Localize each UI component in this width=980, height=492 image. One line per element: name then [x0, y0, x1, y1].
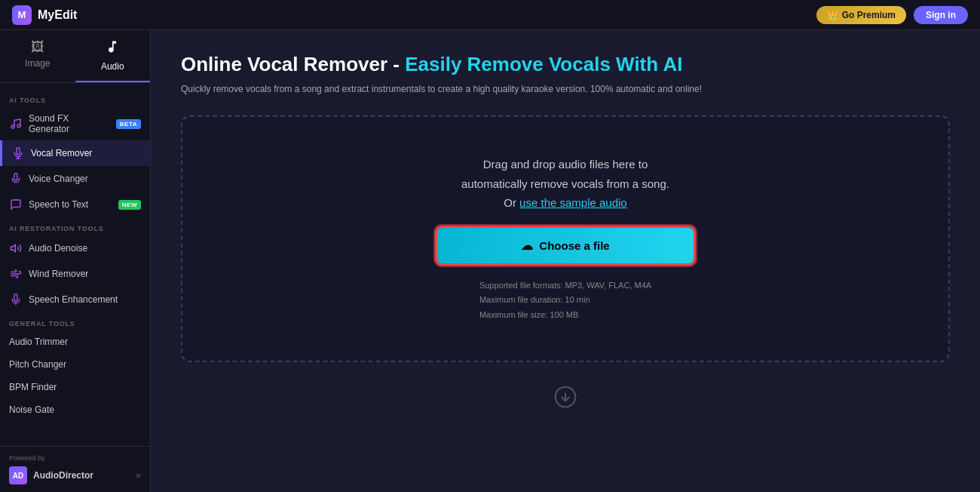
file-info-line1: Supported file formats: MP3, WAV, FLAC, …: [479, 278, 651, 294]
drop-text-line2: automatically remove vocals from a song.: [461, 177, 669, 190]
drop-text-line1: Drag and drop audio files here to: [483, 158, 648, 171]
audiodirector-row[interactable]: AD AudioDirector »: [9, 466, 141, 484]
sidebar-item-audio-trimmer[interactable]: Audio Trimmer: [0, 331, 150, 353]
tab-image-label: Image: [25, 58, 50, 69]
page-title-highlight: Easily Remove Vocals With AI: [405, 53, 682, 75]
audio-tab-icon: [105, 39, 120, 58]
powered-by-text: Powered by: [9, 454, 141, 462]
choose-file-button[interactable]: ☁ Choose a file: [437, 228, 694, 263]
header-left: M MyEdit: [12, 5, 77, 25]
go-premium-button[interactable]: 👑 Go Premium: [816, 6, 906, 24]
tab-image[interactable]: 🖼 Image: [0, 30, 75, 82]
sidebar-item-vocal-remover[interactable]: Vocal Remover: [0, 140, 150, 166]
sound-fx-icon: [9, 117, 23, 131]
general-tools-label: GENERAL TOOLS: [0, 312, 150, 331]
sidebar: 🖼 Image Audio AI TOOLS Sound FX Generato…: [0, 30, 151, 492]
sidebar-nav: AI TOOLS Sound FX Generator BETA Vocal R…: [0, 83, 150, 446]
voice-changer-icon: [9, 172, 23, 186]
svg-point-1: [17, 125, 20, 128]
sidebar-item-bpm-finder[interactable]: BPM Finder: [0, 376, 150, 398]
sidebar-item-audio-denoise[interactable]: Audio Denoise: [0, 235, 150, 261]
sidebar-item-speech-enhancement[interactable]: Speech Enhancement: [0, 287, 150, 312]
file-info-line3: Maximum file size: 100 MB: [479, 308, 651, 323]
speech-enhancement-label: Speech Enhancement: [29, 294, 118, 305]
svg-marker-4: [11, 244, 15, 251]
sound-fx-label: Sound FX Generator: [29, 113, 110, 134]
chevron-right-icon: »: [136, 470, 141, 481]
sidebar-item-sound-fx[interactable]: Sound FX Generator BETA: [0, 107, 150, 140]
speech-to-text-icon: [9, 198, 23, 211]
audiodirector-logo: AD: [9, 466, 27, 484]
voice-changer-label: Voice Changer: [29, 174, 88, 184]
tab-audio[interactable]: Audio: [75, 30, 151, 82]
go-premium-label: Go Premium: [842, 10, 896, 20]
crown-icon: 👑: [827, 10, 838, 20]
beta-badge: BETA: [116, 119, 141, 129]
restoration-tools-label: AI RESTORATION TOOLS: [0, 217, 150, 235]
audio-denoise-label: Audio Denoise: [29, 243, 87, 254]
svg-point-0: [11, 125, 14, 128]
tab-audio-label: Audio: [101, 61, 124, 72]
file-info: Supported file formats: MP3, WAV, FLAC, …: [479, 278, 651, 323]
page-title-part1: Online Vocal Remover -: [181, 53, 405, 75]
vocal-remover-icon: [11, 146, 25, 160]
sidebar-item-wind-remover[interactable]: Wind Remover: [0, 261, 150, 287]
layout: 🖼 Image Audio AI TOOLS Sound FX Generato…: [0, 30, 980, 492]
sidebar-item-speech-to-text[interactable]: Speech to Text NEW: [0, 192, 150, 217]
sidebar-item-voice-changer[interactable]: Voice Changer: [0, 166, 150, 192]
drop-text: Drag and drop audio files here to automa…: [461, 155, 669, 213]
drop-zone[interactable]: Drag and drop audio files here to automa…: [181, 115, 950, 362]
new-badge: NEW: [118, 200, 141, 210]
header: M MyEdit 👑 Go Premium Sign in: [0, 0, 980, 30]
drop-text-or: Or: [504, 196, 516, 209]
vocal-remover-label: Vocal Remover: [31, 148, 92, 158]
pitch-changer-label: Pitch Changer: [9, 359, 66, 370]
sample-audio-link[interactable]: use the sample audio: [519, 196, 627, 209]
audio-denoise-icon: [9, 241, 23, 255]
page-subtitle: Quickly remove vocals from a song and ex…: [181, 84, 950, 94]
image-tab-icon: 🖼: [31, 39, 44, 55]
audiodirector-label: AudioDirector: [33, 470, 130, 481]
logo-text: MyEdit: [38, 8, 77, 22]
audio-trimmer-label: Audio Trimmer: [9, 337, 68, 347]
bpm-finder-label: BPM Finder: [9, 382, 57, 392]
wind-remover-icon: [9, 267, 23, 281]
sidebar-footer: Powered by AD AudioDirector »: [0, 446, 150, 492]
page-title: Online Vocal Remover - Easily Remove Voc…: [181, 53, 950, 76]
header-right: 👑 Go Premium Sign in: [816, 6, 968, 24]
sign-in-button[interactable]: Sign in: [914, 6, 968, 24]
file-info-line2: Maximum file duration: 10 min: [479, 293, 651, 308]
upload-icon: ☁: [521, 238, 533, 253]
logo-icon: M: [12, 5, 32, 25]
sidebar-item-noise-gate[interactable]: Noise Gate: [0, 398, 150, 421]
speech-to-text-label: Speech to Text: [29, 199, 88, 210]
choose-file-label: Choose a file: [539, 239, 609, 252]
noise-gate-label: Noise Gate: [9, 404, 54, 415]
wind-remover-label: Wind Remover: [29, 269, 88, 279]
scroll-down-icon: [181, 385, 950, 409]
sidebar-item-pitch-changer[interactable]: Pitch Changer: [0, 353, 150, 376]
main-content: Online Vocal Remover - Easily Remove Voc…: [151, 30, 980, 492]
ai-tools-label: AI TOOLS: [0, 89, 150, 107]
sidebar-tabs: 🖼 Image Audio: [0, 30, 150, 83]
speech-enhancement-icon: [9, 293, 23, 306]
